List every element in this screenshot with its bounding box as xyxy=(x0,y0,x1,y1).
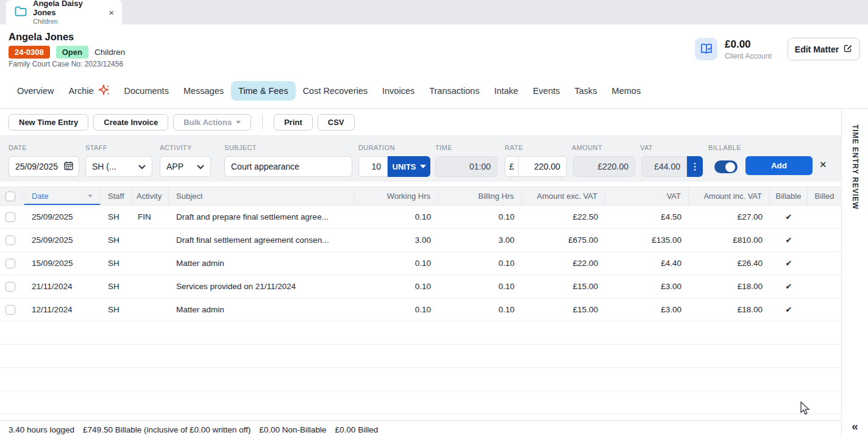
tab-events[interactable]: Events xyxy=(525,81,567,101)
tab-overview[interactable]: Overview xyxy=(10,81,61,101)
tab-documents[interactable]: Documents xyxy=(117,81,176,101)
time-entry-review-rail[interactable]: TIME ENTRY REVIEW « xyxy=(841,109,868,438)
amount-input xyxy=(574,157,635,176)
non-billable-summary: £0.00 Non-Billable xyxy=(259,425,326,434)
tab-archie-label: Archie xyxy=(68,86,93,96)
column-header-billing-hrs[interactable]: Billing Hrs xyxy=(438,187,522,205)
bulk-actions-button[interactable]: Bulk Actions xyxy=(173,114,251,131)
table-row[interactable]: 21/11/2024 SH Services provided on 21/11… xyxy=(0,275,841,298)
billable-summary: £749.50 Billable (inclusive of £0.00 wri… xyxy=(83,425,251,434)
cell-working-hrs: 0.10 xyxy=(355,275,438,298)
subject-label: SUBJECT xyxy=(224,144,257,151)
tab-archie[interactable]: Archie xyxy=(61,79,116,102)
row-checkbox[interactable] xyxy=(5,305,15,315)
tab-transactions[interactable]: Transactions xyxy=(422,81,486,101)
edit-matter-button[interactable]: Edit Matter xyxy=(788,38,860,60)
column-header-date[interactable]: Date xyxy=(24,187,101,205)
new-time-entry-button[interactable]: New Time Entry xyxy=(9,114,88,131)
table-row[interactable]: 12/11/2024 SH Matter admin 0.10 0.10 £15… xyxy=(0,298,841,321)
tab-close-icon[interactable]: × xyxy=(107,7,116,18)
row-checkbox[interactable] xyxy=(5,235,15,245)
empty-row xyxy=(0,321,841,345)
select-all-checkbox[interactable] xyxy=(5,192,15,201)
duration-input[interactable] xyxy=(359,157,387,176)
units-dropdown-button[interactable]: UNITS xyxy=(388,156,430,177)
matter-tab[interactable]: Angela Daisy Jones Children × xyxy=(6,0,122,24)
vat-options-kebab-button[interactable]: ⋮ xyxy=(687,156,703,177)
cell-amount-exc-vat: £22.50 xyxy=(522,206,605,228)
case-reference: Family Court Case No: 2023/12456 xyxy=(9,60,123,68)
subject-input[interactable] xyxy=(225,157,352,176)
billed-summary: £0.00 Billed xyxy=(335,425,379,434)
cell-billed xyxy=(808,298,841,321)
close-form-icon[interactable]: ✕ xyxy=(819,159,827,170)
print-button[interactable]: Print xyxy=(274,114,313,131)
expand-panel-icon[interactable]: « xyxy=(852,420,858,433)
activity-label: ACTIVITY xyxy=(160,144,192,151)
tab-messages[interactable]: Messages xyxy=(176,81,231,101)
cell-working-hrs: 0.10 xyxy=(355,298,438,321)
tab-invoices[interactable]: Invoices xyxy=(375,81,422,101)
rate-field[interactable]: £ xyxy=(505,156,567,177)
cell-date: 25/09/2025 xyxy=(24,229,101,251)
column-header-subject[interactable]: Subject xyxy=(169,187,355,205)
cell-amount-inc-vat: £27.00 xyxy=(689,206,770,228)
tab-cost-recoveries[interactable]: Cost Recoveries xyxy=(296,81,375,101)
add-time-entry-button[interactable]: Add xyxy=(745,156,813,175)
subject-field[interactable] xyxy=(224,156,352,177)
csv-button[interactable]: CSV xyxy=(318,114,355,131)
column-header-vat[interactable]: VAT xyxy=(605,187,689,205)
column-header-activity[interactable]: Activity xyxy=(133,187,169,205)
ledger-book-icon xyxy=(695,38,717,60)
duration-field[interactable] xyxy=(358,156,388,177)
cell-working-hrs: 0.10 xyxy=(355,252,438,275)
tab-tasks[interactable]: Tasks xyxy=(567,81,605,101)
staff-select-value: SH (... xyxy=(86,162,116,171)
date-field[interactable] xyxy=(9,156,79,177)
column-header-working-hrs[interactable]: Working Hrs xyxy=(355,187,438,205)
column-header-billable[interactable]: Billable xyxy=(770,187,808,205)
time-fees-toolbar: New Time Entry Create Invoice Bulk Actio… xyxy=(0,109,841,135)
chevron-down-icon xyxy=(236,121,241,124)
billable-label: BILLABLE xyxy=(708,144,741,151)
column-header-amount-inc-vat[interactable]: Amount inc. VAT xyxy=(689,187,770,205)
activity-select[interactable]: APP xyxy=(160,156,211,177)
tab-memos[interactable]: Memos xyxy=(605,81,649,101)
client-account-text: £0.00 Client Account xyxy=(725,38,772,60)
time-entries-table-body: 25/09/2025 SH FIN Draft and prepare fina… xyxy=(0,206,841,420)
vat-field xyxy=(641,156,687,177)
cell-vat: £4.40 xyxy=(605,252,689,275)
section-nav: Overview Archie Documents Messages Time … xyxy=(0,73,868,109)
units-label: UNITS xyxy=(393,162,416,171)
table-row[interactable]: 15/09/2025 SH Matter admin 0.10 0.10 £22… xyxy=(0,252,841,275)
bulk-actions-label: Bulk Actions xyxy=(183,118,232,127)
column-header-staff[interactable]: Staff xyxy=(101,187,133,205)
column-header-amount-exc-vat[interactable]: Amount exc. VAT xyxy=(522,187,605,205)
date-input[interactable] xyxy=(9,157,64,176)
amount-label: AMOUNT xyxy=(572,144,602,151)
cell-billing-hrs: 0.10 xyxy=(438,252,522,275)
column-header-billed[interactable]: Billed xyxy=(808,187,841,205)
row-checkbox[interactable] xyxy=(5,282,15,292)
rate-input[interactable] xyxy=(519,157,566,176)
column-header-date-label: Date xyxy=(32,192,48,201)
row-checkbox[interactable] xyxy=(5,259,15,268)
tab-time-and-fees[interactable]: Time & Fees xyxy=(231,81,296,101)
table-row[interactable]: 25/09/2025 SH Draft final settlement agr… xyxy=(0,229,841,252)
tab-intake[interactable]: Intake xyxy=(487,81,526,101)
row-checkbox[interactable] xyxy=(5,212,15,222)
cell-working-hrs: 3.00 xyxy=(355,229,438,251)
empty-row xyxy=(0,414,841,420)
cell-amount-inc-vat: £810.00 xyxy=(689,229,770,251)
toolbar-divider xyxy=(262,115,263,129)
cell-activity xyxy=(133,275,169,298)
staff-select[interactable]: SH (... xyxy=(85,156,152,177)
billable-toggle[interactable] xyxy=(714,160,738,173)
cell-activity xyxy=(133,252,169,275)
table-row[interactable]: 25/09/2025 SH FIN Draft and prepare fina… xyxy=(0,206,841,229)
calendar-icon[interactable] xyxy=(64,161,73,172)
cell-billing-hrs: 0.10 xyxy=(438,206,522,228)
summary-footer: 3.40 hours logged £749.50 Billable (incl… xyxy=(0,420,841,438)
cell-billed xyxy=(808,275,841,298)
create-invoice-button[interactable]: Create Invoice xyxy=(93,114,168,131)
